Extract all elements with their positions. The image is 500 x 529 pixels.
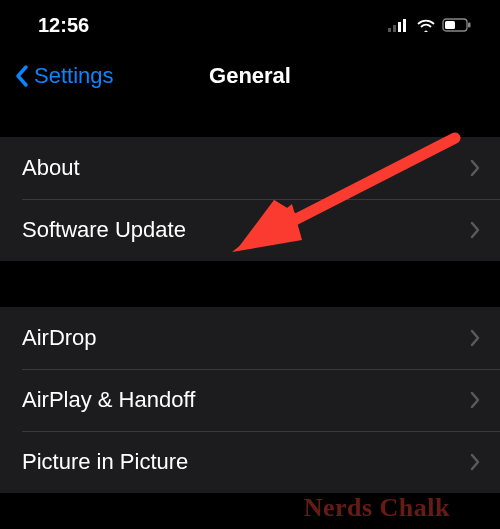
chevron-left-icon	[14, 64, 30, 88]
row-picture-in-picture[interactable]: Picture in Picture	[0, 431, 500, 493]
page-title: General	[209, 63, 291, 89]
chevron-right-icon	[470, 221, 480, 239]
row-about[interactable]: About	[0, 137, 500, 199]
svg-rect-1	[393, 25, 396, 32]
section-gap	[0, 261, 500, 307]
chevron-right-icon	[470, 391, 480, 409]
row-label: AirPlay & Handoff	[22, 387, 195, 413]
svg-rect-5	[445, 21, 455, 29]
row-airdrop[interactable]: AirDrop	[0, 307, 500, 369]
chevron-right-icon	[470, 329, 480, 347]
back-button[interactable]: Settings	[14, 63, 114, 89]
svg-rect-2	[398, 22, 401, 32]
row-label: Software Update	[22, 217, 186, 243]
row-label: AirDrop	[22, 325, 97, 351]
status-indicators	[388, 14, 472, 37]
chevron-right-icon	[470, 453, 480, 471]
back-label: Settings	[34, 63, 114, 89]
svg-rect-0	[388, 28, 391, 32]
row-label: Picture in Picture	[22, 449, 188, 475]
list-group-2: AirDrop AirPlay & Handoff Picture in Pic…	[0, 307, 500, 493]
list-group-1: About Software Update	[0, 137, 500, 261]
wifi-icon	[416, 14, 436, 37]
battery-icon	[442, 14, 472, 37]
row-airplay-handoff[interactable]: AirPlay & Handoff	[0, 369, 500, 431]
navigation-bar: Settings General	[0, 45, 500, 113]
cellular-icon	[388, 14, 410, 37]
status-bar: 12:56	[0, 0, 500, 45]
status-time: 12:56	[38, 14, 89, 37]
row-software-update[interactable]: Software Update	[0, 199, 500, 261]
svg-rect-6	[468, 23, 471, 28]
row-label: About	[22, 155, 80, 181]
watermark: Nerds Chalk	[304, 493, 450, 523]
chevron-right-icon	[470, 159, 480, 177]
svg-rect-3	[403, 19, 406, 32]
section-gap	[0, 113, 500, 137]
